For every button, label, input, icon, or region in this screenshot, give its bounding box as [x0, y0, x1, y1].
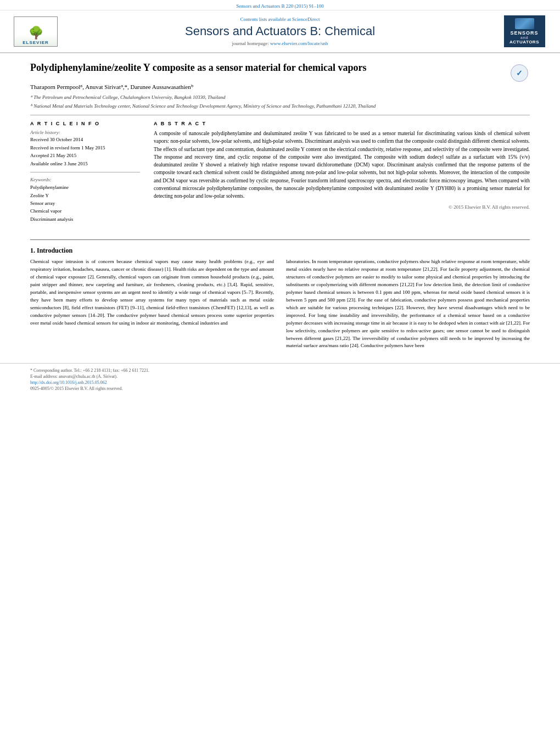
journal-name: Sensors and Actuators B: Chemical	[71, 24, 489, 38]
page-footer: * Corresponding author. Tel.: +66 2 218 …	[0, 363, 560, 395]
crossmark-icon: ✓	[511, 64, 530, 83]
copyright-line: © 2015 Elsevier B.V. All rights reserved…	[154, 204, 530, 210]
body-two-col: Chemical vapor intrusion is of concern b…	[30, 258, 530, 353]
history-label: Article history:	[30, 130, 140, 135]
doi-link[interactable]: http://dx.doi.org/10.1016/j.snb.2015.05.…	[30, 380, 107, 385]
issn-line: 0925-4005/© 2015 Elsevier B.V. All right…	[30, 386, 530, 391]
abstract-header: A B S T R A C T	[154, 121, 530, 126]
and-word: and	[520, 36, 528, 40]
date-online: Available online 3 June 2015	[30, 160, 140, 168]
logo-graphic	[515, 18, 534, 29]
keywords-list: Polydiphenylamine Zeolite Y Sensor array…	[30, 183, 140, 223]
elsevier-wordmark: ELSEVIER	[23, 39, 49, 46]
elsevier-logo: 🌳 ELSEVIER	[11, 15, 60, 48]
actuators-word: ACTUATORS	[509, 40, 539, 44]
body-col-2: laboratories. In room temperature operat…	[286, 258, 530, 353]
keyword-sensor-array: Sensor array	[30, 199, 140, 207]
body-col-1: Chemical vapor intrusion is of concern b…	[30, 258, 274, 353]
body-p1-col2: laboratories. In room temperature operat…	[286, 258, 530, 350]
section1-heading: 1. Introduction	[30, 247, 530, 255]
sensors-word: SENSORS	[510, 30, 538, 36]
body-section: 1. Introduction Chemical vapor intrusion…	[0, 228, 560, 359]
tree-icon: 🌳	[29, 27, 43, 39]
journal-header: 🌳 ELSEVIER Contents lists available at S…	[0, 10, 560, 53]
doi-line: http://dx.doi.org/10.1016/j.snb.2015.05.…	[30, 380, 530, 385]
abstract-text: A composite of nanoscale polydiphenylami…	[154, 130, 530, 200]
affiliation-b: ᵇ National Metal and Materials Technolog…	[30, 103, 530, 110]
crossmark-badge: ✓	[511, 64, 528, 82]
date-received: Received 30 October 2014	[30, 136, 140, 144]
sensors-actuators-logo: SENSORS and ACTUATORS	[500, 15, 549, 48]
issue-reference: Sensors and Actuators B 220 (2015) 91–10…	[236, 3, 324, 9]
sciencedirect-text: Contents lists available at ScienceDirec…	[71, 16, 489, 22]
footnote-email: E-mail address: anuvats@chula.ac.th (A. …	[30, 374, 530, 379]
affiliation-a: ᵃ The Petroleum and Petrochemical Colleg…	[30, 94, 530, 101]
divider-after-affiliations	[30, 115, 530, 115]
article-info-header: A R T I C L E I N F O	[30, 121, 140, 126]
date-accepted: Accepted 21 May 2015	[30, 152, 140, 160]
date-revised: Received in revised form 1 May 2015	[30, 144, 140, 152]
article-content: Polydiphenylamine/zeolite Y composite as…	[0, 53, 560, 228]
elsevier-logo-image: 🌳 ELSEVIER	[14, 16, 58, 47]
keyword-zeolite: Zeolite Y	[30, 192, 140, 199]
authors-line: Tharaporn Permpoolᵃ, Anuvat Sirivatᵃ,*, …	[30, 83, 530, 91]
abstract-col: A B S T R A C T A composite of nanoscale…	[154, 121, 530, 223]
page-container: Sensors and Actuators B 220 (2015) 91–10…	[0, 0, 560, 395]
journal-homepage: journal homepage: www.elsevier.com/locat…	[71, 41, 489, 46]
journal-homepage-link[interactable]: www.elsevier.com/locate/snb	[270, 41, 328, 46]
sensors-logo-box: SENSORS and ACTUATORS	[504, 15, 545, 47]
keyword-chemical-vapor: Chemical vapor	[30, 207, 140, 215]
journal-title-center: Contents lists available at ScienceDirec…	[60, 16, 500, 46]
authors-text: Tharaporn Permpoolᵃ, Anuvat Sirivatᵃ,*, …	[30, 83, 194, 90]
article-info-col: A R T I C L E I N F O Article history: R…	[30, 121, 140, 223]
body-divider	[30, 239, 530, 240]
article-title: Polydiphenylamine/zeolite Y composite as…	[30, 62, 366, 74]
keywords-divider	[30, 172, 140, 172]
keywords-label: Keywords:	[30, 177, 140, 182]
keyword-discriminant: Discriminant analysis	[30, 215, 140, 223]
body-p1-col1: Chemical vapor intrusion is of concern b…	[30, 258, 274, 327]
keyword-polydiphenylamine: Polydiphenylamine	[30, 183, 140, 191]
footnote-corresponding: * Corresponding author. Tel.: +66 2 218 …	[30, 368, 530, 373]
keywords-section: Keywords: Polydiphenylamine Zeolite Y Se…	[30, 177, 140, 223]
journal-issue-info: Sensors and Actuators B 220 (2015) 91–10…	[0, 0, 560, 10]
title-row: Polydiphenylamine/zeolite Y composite as…	[30, 62, 530, 83]
info-abstract-section: A R T I C L E I N F O Article history: R…	[30, 121, 530, 223]
